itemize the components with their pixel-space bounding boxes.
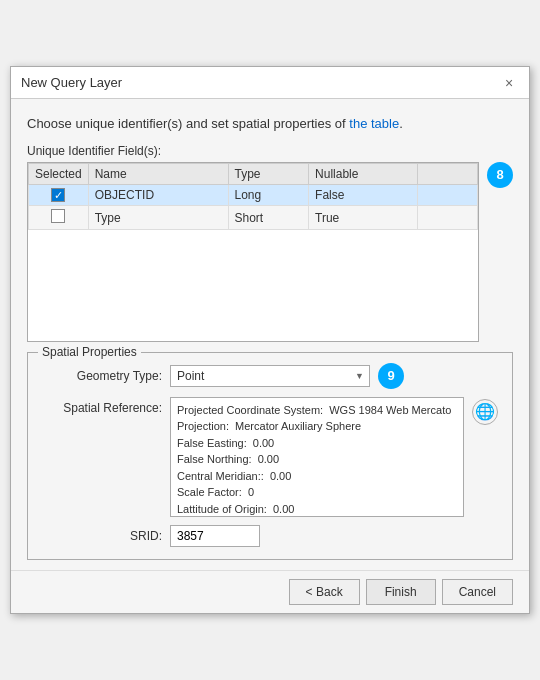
title-bar: New Query Layer × <box>11 67 529 99</box>
unique-identifier-table: Selected Name Type Nullable ✓ OBJECTID L… <box>28 163 478 231</box>
spatial-reference-text[interactable]: Projected Coordinate System: WGS 1984 We… <box>170 397 464 517</box>
cancel-button[interactable]: Cancel <box>442 579 513 605</box>
row-nullable: False <box>309 184 418 206</box>
row-type: Short <box>228 206 309 230</box>
intro-text-link: the table <box>349 116 399 131</box>
intro-text-plain: Choose unique identifier(s) and set spat… <box>27 116 349 131</box>
table-row[interactable]: ✓ OBJECTID Long False <box>29 184 478 206</box>
close-button[interactable]: × <box>499 73 519 93</box>
row-checkbox[interactable]: ✓ <box>51 188 65 202</box>
srid-label: SRID: <box>42 529 162 543</box>
row-extra <box>418 184 478 206</box>
row-name: OBJECTID <box>88 184 228 206</box>
dialog: New Query Layer × Choose unique identifi… <box>10 66 530 613</box>
step-badge-8: 8 <box>487 162 513 188</box>
col-type: Type <box>228 163 309 184</box>
row-type: Long <box>228 184 309 206</box>
checkbox-cell[interactable]: ✓ <box>29 184 89 206</box>
col-selected: Selected <box>29 163 89 184</box>
intro-text-end: . <box>399 116 403 131</box>
srid-input[interactable] <box>170 525 260 547</box>
spatial-properties-group: Spatial Properties Geometry Type: PointP… <box>27 352 513 560</box>
dialog-body: Choose unique identifier(s) and set spat… <box>11 99 529 569</box>
col-extra <box>418 163 478 184</box>
spatial-reference-label: Spatial Reference: <box>42 397 162 415</box>
col-nullable: Nullable <box>309 163 418 184</box>
intro-text: Choose unique identifier(s) and set spat… <box>27 115 513 133</box>
row-nullable: True <box>309 206 418 230</box>
step-badge-9: 9 <box>378 363 404 389</box>
geometry-type-label: Geometry Type: <box>42 369 162 383</box>
footer: < Back Finish Cancel <box>11 570 529 613</box>
col-name: Name <box>88 163 228 184</box>
checkbox-cell[interactable] <box>29 206 89 230</box>
row-extra <box>418 206 478 230</box>
table-header-row: Selected Name Type Nullable <box>29 163 478 184</box>
spatial-properties-legend: Spatial Properties <box>38 345 141 359</box>
row-name: Type <box>88 206 228 230</box>
unique-identifier-section: Unique Identifier Field(s): Selected Nam… <box>27 144 513 342</box>
dialog-title: New Query Layer <box>21 75 122 90</box>
srid-row: SRID: <box>42 525 498 547</box>
table-row[interactable]: Type Short True <box>29 206 478 230</box>
geometry-type-select-wrapper: PointPolylinePolygonMultipoint <box>170 365 370 387</box>
unique-identifier-label: Unique Identifier Field(s): <box>27 144 513 158</box>
finish-button[interactable]: Finish <box>366 579 436 605</box>
geometry-type-select[interactable]: PointPolylinePolygonMultipoint <box>170 365 370 387</box>
geometry-type-row: Geometry Type: PointPolylinePolygonMulti… <box>42 363 498 389</box>
spatial-reference-row: Spatial Reference: Projected Coordinate … <box>42 397 498 517</box>
globe-icon[interactable]: 🌐 <box>472 399 498 425</box>
back-button[interactable]: < Back <box>289 579 360 605</box>
unique-identifier-table-container: Selected Name Type Nullable ✓ OBJECTID L… <box>27 162 479 342</box>
row-checkbox[interactable] <box>51 209 65 223</box>
